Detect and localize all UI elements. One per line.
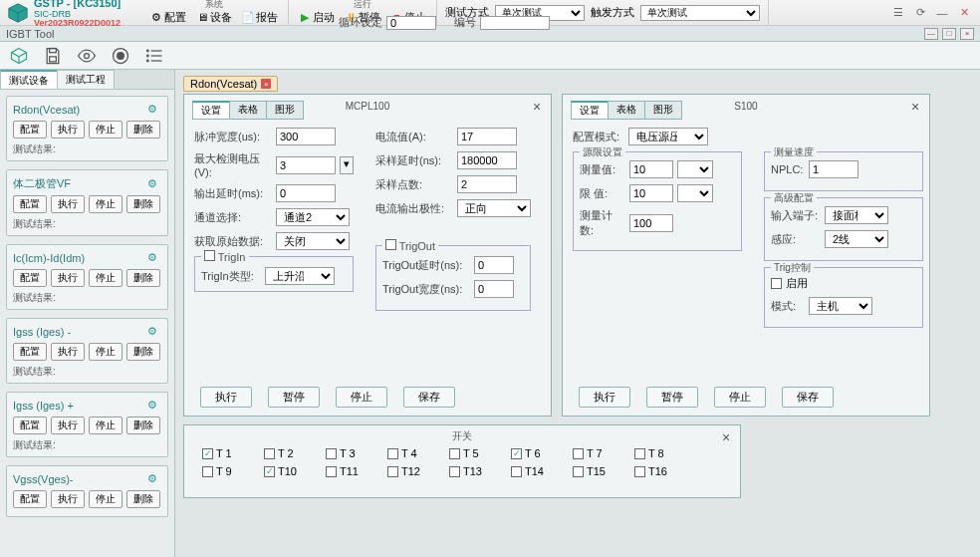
- panelB-tab-chart[interactable]: 图形: [644, 101, 682, 120]
- switch-item[interactable]: T12: [387, 465, 449, 477]
- nplc-input[interactable]: [809, 160, 858, 178]
- trig-enable-checkbox[interactable]: [771, 278, 782, 289]
- gear-icon[interactable]: ⚙: [147, 251, 161, 265]
- block-run-button[interactable]: 执行: [51, 417, 85, 434]
- block-delete-button[interactable]: 删除: [126, 269, 160, 287]
- meas-val-input[interactable]: [629, 160, 673, 178]
- block-config-button[interactable]: 配置: [13, 343, 47, 361]
- switch-item[interactable]: T 7: [573, 447, 634, 459]
- panelA-close-icon[interactable]: ×: [529, 99, 545, 115]
- tb-list-icon[interactable]: [143, 45, 165, 67]
- block-run-button[interactable]: 执行: [51, 269, 85, 287]
- switch-checkbox[interactable]: [511, 466, 522, 477]
- panelB-close-icon[interactable]: ×: [907, 99, 923, 115]
- chevron-down-icon[interactable]: ▾: [340, 156, 354, 174]
- switch-item[interactable]: T 5: [449, 447, 511, 459]
- win-close-icon[interactable]: ✕: [956, 5, 972, 21]
- meas-val-unit[interactable]: V: [677, 160, 713, 178]
- trig-mode-select[interactable]: 主机: [809, 297, 872, 315]
- tb-save-icon[interactable]: [42, 45, 64, 67]
- subwin-max-icon[interactable]: □: [942, 28, 956, 40]
- block-delete-button[interactable]: 删除: [126, 490, 160, 508]
- block-config-button[interactable]: 配置: [13, 121, 47, 139]
- block-run-button[interactable]: 执行: [51, 490, 85, 508]
- switch-checkbox[interactable]: [634, 448, 645, 459]
- switch-item[interactable]: T 4: [387, 447, 449, 459]
- block-run-button[interactable]: 执行: [51, 195, 85, 213]
- win-minimize-icon[interactable]: —: [934, 5, 950, 21]
- block-run-button[interactable]: 执行: [51, 121, 85, 139]
- panelA-tab-chart[interactable]: 图形: [266, 101, 304, 120]
- panelB-tab-settings[interactable]: 设置: [571, 101, 609, 120]
- block-delete-button[interactable]: 删除: [126, 121, 160, 139]
- samp-delay-input[interactable]: [457, 151, 517, 169]
- loop-input[interactable]: [386, 16, 436, 30]
- block-stop-button[interactable]: 停止: [89, 343, 122, 361]
- samp-points-input[interactable]: [457, 175, 517, 193]
- rawdata-select[interactable]: 关闭: [276, 232, 350, 250]
- panelA-tab-table[interactable]: 表格: [229, 101, 267, 120]
- win-restore-icon[interactable]: ⟳: [912, 5, 928, 21]
- win-opts-icon[interactable]: ☰: [890, 5, 906, 21]
- current-input[interactable]: [457, 128, 517, 145]
- block-stop-button[interactable]: 停止: [89, 195, 122, 213]
- block-delete-button[interactable]: 删除: [126, 417, 160, 434]
- panelA-run-button[interactable]: 执行: [200, 387, 252, 408]
- panelB-tab-table[interactable]: 表格: [608, 101, 645, 120]
- switch-checkbox[interactable]: [449, 466, 460, 477]
- switch-item[interactable]: T 3: [326, 447, 387, 459]
- left-tab-project[interactable]: 测试工程: [57, 70, 115, 89]
- switch-checkbox[interactable]: [573, 448, 584, 459]
- block-stop-button[interactable]: 停止: [89, 269, 122, 287]
- menu-start[interactable]: ▶启动: [297, 9, 337, 26]
- gear-icon[interactable]: ⚙: [147, 177, 161, 191]
- block-run-button[interactable]: 执行: [51, 343, 85, 361]
- meas-count-input[interactable]: [629, 214, 673, 232]
- block-config-button[interactable]: 配置: [13, 195, 47, 213]
- block-config-button[interactable]: 配置: [13, 490, 47, 508]
- limit-input[interactable]: [629, 184, 673, 202]
- switch-checkbox[interactable]: [326, 466, 337, 477]
- trigin-type-select[interactable]: 上升沿: [265, 267, 335, 285]
- switch-item[interactable]: T14: [511, 465, 573, 477]
- switch-checkbox[interactable]: [202, 448, 213, 459]
- switch-item[interactable]: T15: [573, 465, 634, 477]
- trigin-checkbox[interactable]: [204, 250, 215, 261]
- block-delete-button[interactable]: 删除: [126, 195, 160, 213]
- block-config-button[interactable]: 配置: [13, 269, 47, 287]
- subwin-min-icon[interactable]: —: [924, 28, 938, 40]
- channel-select[interactable]: 通道2: [276, 208, 350, 226]
- switch-item[interactable]: T 2: [264, 447, 326, 459]
- gear-icon[interactable]: ⚙: [147, 103, 161, 117]
- sense-select[interactable]: 2线: [825, 230, 888, 248]
- trigout-checkbox[interactable]: [385, 239, 396, 250]
- gear-icon[interactable]: ⚙: [147, 325, 161, 339]
- input-term-select[interactable]: 接面板: [825, 206, 888, 224]
- switch-checkbox[interactable]: [511, 448, 522, 459]
- panelB-save-button[interactable]: 保存: [782, 387, 834, 408]
- switch-checkbox[interactable]: [634, 466, 645, 477]
- doc-tab-rdon[interactable]: Rdon(Vcesat) ×: [183, 76, 278, 92]
- tb-record-icon[interactable]: [110, 45, 131, 67]
- trigmode-select[interactable]: 单次测试: [640, 5, 760, 21]
- polarity-select[interactable]: 正向: [457, 199, 531, 217]
- switch-checkbox[interactable]: [573, 466, 584, 477]
- switch-item[interactable]: T 9: [202, 465, 264, 477]
- cfgmode-select[interactable]: 电压源压: [628, 128, 708, 145]
- menu-config[interactable]: ⚙配置: [148, 9, 188, 26]
- switch-checkbox[interactable]: [449, 448, 460, 459]
- tb-cube-icon[interactable]: [8, 45, 30, 67]
- switch-item[interactable]: T10: [264, 465, 326, 477]
- switch-item[interactable]: T13: [449, 465, 511, 477]
- block-stop-button[interactable]: 停止: [89, 417, 122, 434]
- menu-report[interactable]: 📄报告: [240, 9, 280, 26]
- panelA-stop-button[interactable]: 停止: [336, 387, 387, 408]
- panelA-save-button[interactable]: 保存: [403, 387, 455, 408]
- switch-checkbox[interactable]: [202, 466, 213, 477]
- block-stop-button[interactable]: 停止: [89, 121, 122, 139]
- panelB-pause-button[interactable]: 暂停: [646, 387, 698, 408]
- block-delete-button[interactable]: 删除: [126, 343, 160, 361]
- panel-switch-close-icon[interactable]: ×: [718, 429, 734, 445]
- switch-checkbox[interactable]: [326, 448, 337, 459]
- subwin-close-icon[interactable]: ×: [960, 28, 974, 40]
